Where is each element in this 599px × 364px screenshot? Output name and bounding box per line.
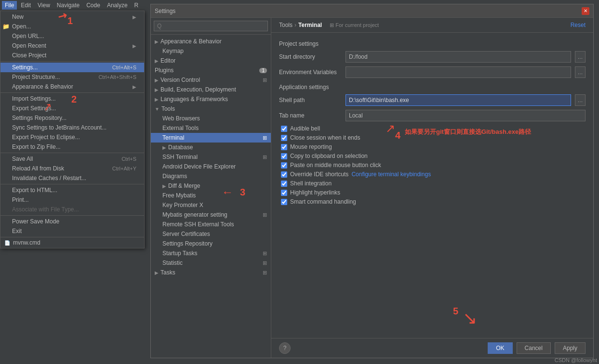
menu-project-structure[interactable]: Project Structure... Ctrl+Alt+Shift+S — [0, 72, 144, 82]
override-ide-checkbox[interactable] — [281, 171, 287, 178]
file-dropdown-menu: New ▶ 📁 Open... Open URL... Open Recent … — [0, 11, 145, 248]
tree-statistic[interactable]: Statistic ⊞ — [151, 258, 271, 268]
tree-diagrams[interactable]: Diagrams — [151, 171, 271, 181]
menu-power-save[interactable]: Power Save Mode — [0, 217, 144, 226]
smart-command-label: Smart command handling — [290, 198, 356, 205]
shell-integration-checkbox[interactable] — [281, 181, 287, 187]
menu-open-url[interactable]: Open URL... — [0, 31, 144, 41]
file-icon: 📄 — [4, 240, 10, 246]
tree-tools[interactable]: ▼ Tools — [151, 104, 271, 114]
tree-build[interactable]: ▶ Build, Execution, Deployment — [151, 85, 271, 94]
menu-export-zip[interactable]: Export to Zip File... — [0, 142, 144, 152]
reset-button[interactable]: Reset — [571, 22, 586, 28]
menu-bar: File Edit View Navigate Code Analyze R — [0, 0, 149, 11]
menu-settings-repo[interactable]: Settings Repository... — [0, 113, 144, 123]
tree-diff-merge[interactable]: ▶ Diff & Merge — [151, 181, 271, 191]
menu-sync-settings[interactable]: Sync Settings to JetBrains Account... — [0, 123, 144, 132]
tree-key-promoter[interactable]: Key Promoter X — [151, 200, 271, 210]
menu-section-5: Export to HTML... Print... Associate wit… — [0, 184, 144, 216]
menu-print[interactable]: Print... — [0, 195, 144, 205]
menu-export-settings[interactable]: Export Settings... — [0, 104, 144, 113]
smart-command-checkbox[interactable] — [281, 199, 287, 205]
menu-edit[interactable]: Edit — [18, 1, 34, 10]
arrow-right-icon: ▶ — [133, 43, 136, 49]
tree-startup-tasks[interactable]: Startup Tasks ⊞ — [151, 248, 271, 258]
configure-keybindings-link[interactable]: Configure terminal keybindings — [351, 171, 431, 178]
tree-web-browsers[interactable]: Web Browsers — [151, 114, 271, 123]
env-variables-input[interactable] — [346, 66, 571, 78]
shell-integration-label: Shell integration — [290, 180, 332, 187]
menu-reload-disk[interactable]: Reload All from Disk Ctrl+Alt+Y — [0, 164, 144, 173]
tree-appearance-behavior[interactable]: ▶ Appearance & Behavior — [151, 37, 271, 46]
menu-r[interactable]: R — [132, 1, 142, 10]
search-input[interactable] — [154, 21, 268, 31]
watermark: CSDN @followyht — [555, 357, 597, 363]
copy-clipboard-checkbox[interactable] — [281, 153, 287, 159]
menu-navigate[interactable]: Navigate — [54, 1, 82, 10]
paste-middle-checkbox[interactable] — [281, 162, 287, 169]
menu-save-all[interactable]: Save All Ctrl+S — [0, 154, 144, 164]
expand-icon: ▶ — [155, 97, 159, 102]
start-directory-input[interactable] — [346, 51, 571, 63]
menu-settings[interactable]: Settings... Ctrl+Alt+S — [0, 63, 144, 72]
menu-exit[interactable]: Exit — [0, 226, 144, 236]
menu-file[interactable]: File — [2, 1, 17, 10]
menu-new[interactable]: New ▶ — [0, 12, 144, 22]
shell-path-input[interactable] — [346, 94, 571, 106]
menu-section-1: New ▶ 📁 Open... Open URL... Open Recent … — [0, 11, 144, 62]
menu-export-html[interactable]: Export to HTML... — [0, 185, 144, 195]
shell-integration-row: Shell integration — [279, 180, 586, 187]
start-directory-label: Start directory — [279, 53, 342, 60]
menu-other-settings[interactable]: Appearance & Behavior ▶ — [0, 82, 144, 91]
start-directory-row: Start directory … — [279, 51, 586, 63]
tree-terminal[interactable]: Terminal ⊞ — [151, 133, 271, 143]
dialog-close-button[interactable]: ✕ — [582, 7, 589, 15]
tree-database[interactable]: ▶ Database — [151, 143, 271, 152]
start-directory-browse-btn[interactable]: … — [575, 51, 586, 63]
tree-external-tools[interactable]: External Tools — [151, 123, 271, 133]
tree-tasks[interactable]: ▶ Tasks ⊞ — [151, 268, 271, 277]
ok-button[interactable]: OK — [488, 342, 512, 354]
menu-code[interactable]: Code — [83, 1, 103, 10]
shell-path-browse-btn[interactable]: … — [575, 94, 586, 106]
help-button[interactable]: ? — [279, 342, 291, 354]
tree-version-control[interactable]: ▶ Version Control ⊞ — [151, 75, 271, 85]
menu-import-settings[interactable]: Import Settings... — [0, 94, 144, 104]
tree-keymap[interactable]: Keymap — [151, 46, 271, 56]
tree-plugins[interactable]: Plugins 1 — [151, 65, 271, 75]
tree-free-mybatis[interactable]: Free Mybatis — [151, 191, 271, 200]
menu-invalidate-caches[interactable]: Invalidate Caches / Restart... — [0, 173, 144, 183]
env-variables-browse-btn[interactable]: … — [575, 66, 586, 78]
tab-name-input[interactable] — [346, 110, 586, 121]
close-session-checkbox[interactable] — [281, 135, 287, 141]
tree-server-certs[interactable]: Server Certificates — [151, 229, 271, 239]
tree-languages[interactable]: ▶ Languages & Frameworks — [151, 94, 271, 104]
app-settings-label: Application settings — [279, 84, 586, 91]
tree-editor[interactable]: ▶ Editor — [151, 56, 271, 65]
cancel-button[interactable]: Cancel — [517, 342, 551, 354]
audible-bell-checkbox[interactable] — [281, 126, 287, 132]
tree-android[interactable]: Android Device File Explorer — [151, 162, 271, 171]
menu-open[interactable]: 📁 Open... — [0, 22, 144, 31]
breadcrumb-separator: › — [294, 22, 296, 28]
tree-remote-ssh[interactable]: Remote SSH External Tools — [151, 220, 271, 229]
menu-analyze[interactable]: Analyze — [104, 1, 131, 10]
menu-view[interactable]: View — [35, 1, 53, 10]
expand-icon: ▼ — [155, 106, 160, 112]
menu-export-eclipse[interactable]: Export Project to Eclipse... — [0, 132, 144, 142]
mouse-reporting-checkbox[interactable] — [281, 144, 287, 150]
menu-section-3: Import Settings... Export Settings... Se… — [0, 93, 144, 153]
tree-ssh-terminal[interactable]: SSH Terminal ⊞ — [151, 152, 271, 162]
apply-button[interactable]: Apply — [555, 342, 586, 354]
search-box — [151, 18, 271, 35]
project-settings-label: Project settings — [279, 40, 586, 47]
tree-mybatis-generator[interactable]: Mybatis generator setting ⊞ — [151, 210, 271, 220]
env-variables-label: Environment Variables — [279, 69, 342, 76]
highlight-hyperlinks-checkbox[interactable] — [281, 190, 287, 196]
mvnw-file[interactable]: mvnw.cmd — [13, 239, 40, 246]
tree-settings-repo[interactable]: Settings Repository — [151, 239, 271, 248]
menu-open-recent[interactable]: Open Recent ▶ — [0, 41, 144, 51]
highlight-hyperlinks-row: Highlight hyperlinks — [279, 189, 586, 196]
menu-close-project[interactable]: Close Project — [0, 51, 144, 60]
tasks-badge: ⊞ — [263, 270, 267, 276]
